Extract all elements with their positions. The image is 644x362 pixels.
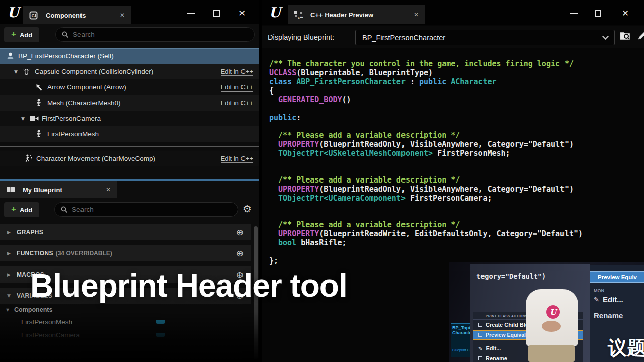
components-window: U C Components ✕ ✕ + Add BP_FirstPersonC…	[0, 0, 259, 362]
camera-icon	[30, 115, 42, 122]
minimize-icon	[187, 13, 195, 14]
code-line: UCLASS(Blueprintable, BlueprintType)	[269, 69, 583, 78]
minimize-icon	[570, 13, 578, 14]
caret-right-icon[interactable]: ▶	[7, 251, 17, 256]
section-label: FUNCTIONS	[17, 250, 53, 257]
section-label: GRAPHS	[17, 229, 43, 236]
code-line	[269, 212, 583, 221]
presenter-head	[546, 267, 567, 291]
tree-row-label: Capsule Component (CollisionCylinder)	[35, 68, 153, 75]
plus-icon: +	[11, 204, 16, 214]
tab-cpp-header-preview[interactable]: c++ C++ Header Preview ✕	[288, 5, 425, 24]
close-icon[interactable]: ✕	[414, 11, 419, 18]
tree-row[interactable]: Character Movement (CharMoveComp)Edit in…	[0, 151, 259, 166]
edit-button[interactable]	[637, 31, 644, 41]
unreal-logo: U	[4, 3, 22, 21]
code-line: /** Please add a variable description */	[269, 176, 583, 185]
search-icon	[60, 206, 68, 213]
add-new-icon[interactable]: ⊕	[236, 248, 244, 258]
code-line	[269, 123, 583, 132]
code-block: /** The character you control in the gam…	[269, 60, 583, 265]
close-window-button[interactable]: ✕	[231, 6, 253, 21]
code-line: UPROPERTY(BlueprintReadOnly, VisibleAnyw…	[269, 140, 583, 149]
edit-in-cpp-link[interactable]: Edit in C++	[221, 68, 253, 76]
screen: U C Components ✕ ✕ + Add BP_FirstPersonC…	[0, 0, 644, 362]
caret-right-icon[interactable]: ▶	[7, 272, 17, 277]
minimize-button[interactable]	[180, 6, 202, 21]
code-line: {	[269, 86, 583, 96]
tree-row[interactable]: Arrow Component (Arrow)Edit in C++	[0, 79, 259, 95]
code-line: GENERATED_BODY()	[269, 96, 583, 105]
browse-to-asset-button[interactable]	[620, 31, 632, 41]
edit-in-cpp-link[interactable]: Edit in C++	[221, 155, 253, 163]
tree-divider	[0, 146, 259, 147]
my-blueprint-tab-label: My Blueprint	[23, 186, 62, 194]
add-button-label: Add	[20, 206, 32, 214]
tab-components[interactable]: C Components ✕	[23, 6, 131, 24]
variable-type-badge	[156, 333, 165, 337]
add-component-button[interactable]: + Add	[4, 27, 39, 42]
my-blueprint-search-input[interactable]	[72, 206, 232, 213]
section-functions[interactable]: ▶FUNCTIONS(34 OVERRIDABLE)⊕	[0, 245, 251, 261]
tree-row[interactable]: Mesh (CharacterMesh0)Edit in C++	[0, 95, 259, 111]
arrow-icon	[35, 83, 47, 91]
maximize-button[interactable]	[587, 6, 609, 21]
close-icon[interactable]: ✕	[106, 186, 111, 193]
book-icon	[6, 186, 18, 193]
video-caption: 议题	[608, 335, 644, 361]
gear-icon[interactable]: ⚙	[243, 203, 252, 215]
caret-right-icon[interactable]: ▶	[7, 230, 17, 235]
add-new-icon[interactable]: ⊕	[236, 227, 244, 237]
tree-row[interactable]: ▼FirstPersonCamera	[0, 111, 259, 126]
presenter-hands	[542, 321, 561, 332]
category-label: Components	[14, 306, 52, 313]
tab-my-blueprint[interactable]: My Blueprint ✕	[0, 181, 117, 198]
caret-down-icon[interactable]: ▼	[7, 293, 17, 298]
edit-in-cpp-link[interactable]: Edit in C++	[221, 83, 253, 92]
blueprint-dropdown[interactable]: BP_FirstPersonCharacter	[355, 30, 615, 45]
variable-label: FirstPersonCamera	[21, 331, 80, 339]
blueprint-dropdown-value: BP_FirstPersonCharacter	[362, 34, 445, 42]
tree-row[interactable]: ▼Capsule Component (CollisionCylinder)Ed…	[0, 64, 259, 79]
close-window-button[interactable]: ✕	[614, 6, 636, 21]
caret-down-icon: ▼	[6, 308, 14, 312]
tree-row-label: Arrow Component (Arrow)	[47, 83, 126, 91]
section-sublabel: (34 OVERRIDABLE)	[56, 250, 112, 257]
caret-down-icon[interactable]: ▼	[21, 116, 30, 121]
plus-icon: +	[11, 29, 16, 39]
edit-in-cpp-link[interactable]: Edit in C++	[221, 99, 253, 107]
section-graphs[interactable]: ▶GRAPHS⊕	[0, 224, 251, 240]
caret-down-icon[interactable]: ▼	[14, 69, 23, 74]
tree-row[interactable]: FirstPersonMesh	[0, 126, 259, 142]
capsule-icon	[23, 68, 35, 76]
variable-row[interactable]: FirstPersonCamera	[0, 329, 251, 341]
components-search[interactable]	[55, 27, 255, 42]
left-titlebar: U C Components ✕ ✕	[0, 0, 259, 24]
tree-row-label: FirstPersonCamera	[42, 115, 101, 122]
add-blueprint-item-button[interactable]: + Add	[4, 202, 39, 217]
displaying-blueprint-label: Displaying Blueprint:	[268, 26, 334, 48]
tree-row-label: FirstPersonMesh	[47, 130, 99, 138]
components-search-input[interactable]	[73, 31, 249, 38]
variable-label: FirstPersonMesh	[21, 318, 72, 326]
variable-row[interactable]: FirstPersonMesh	[0, 316, 251, 328]
code-line: /** The character you control in the gam…	[269, 60, 583, 69]
presentation-video-overlay: BP_TopC Characte Blueprint C tegory="Def…	[449, 262, 644, 362]
maximize-button[interactable]	[205, 6, 227, 21]
tree-row-label: Mesh (CharacterMesh0)	[47, 99, 121, 107]
code-line: UPROPERTY(BlueprintReadWrite, EditDefaul…	[269, 230, 583, 239]
minimize-button[interactable]	[562, 6, 585, 21]
code-line: TObjectPtr<USkeletalMeshComponent> First…	[269, 149, 583, 158]
displaying-blueprint-row: Displaying Blueprint: BP_FirstPersonChar…	[262, 26, 644, 48]
skeleton-icon	[35, 99, 47, 107]
chevron-down-icon	[602, 33, 609, 40]
code-line: UPROPERTY(BlueprintReadOnly, VisibleAnyw…	[269, 185, 583, 194]
close-icon[interactable]: ✕	[120, 12, 125, 19]
code-line: public:	[269, 114, 583, 123]
code-line	[269, 248, 583, 257]
code-line	[269, 167, 583, 176]
svg-text:c++: c++	[298, 15, 303, 19]
tree-row[interactable]: BP_FirstPersonCharacter (Self)	[0, 48, 259, 64]
my-blueprint-search[interactable]	[54, 202, 238, 217]
search-icon	[61, 31, 69, 38]
